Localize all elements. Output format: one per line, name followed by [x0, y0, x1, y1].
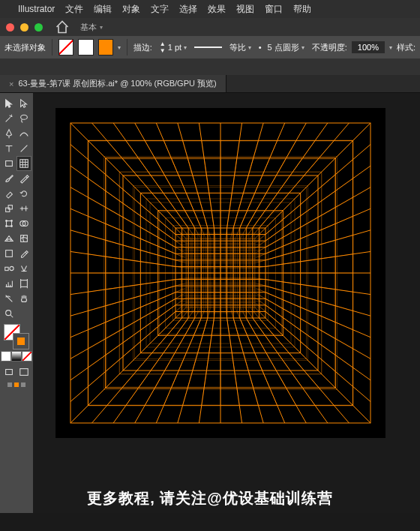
svg-rect-18 [6, 370, 13, 375]
edit-mode-dots[interactable] [8, 382, 26, 387]
mac-menubar: Illustrator 文件 编辑 对象 文字 选择 效果 视图 窗口 帮助 [0, 0, 420, 18]
stroke-color-swatch[interactable] [98, 39, 113, 56]
paintbrush-tool[interactable] [2, 171, 16, 186]
chevron-down-icon: ▾ [100, 24, 103, 31]
artboard[interactable] [56, 108, 386, 438]
type-tool[interactable] [2, 141, 16, 156]
menu-edit[interactable]: 编辑 [94, 3, 112, 16]
svg-rect-14 [5, 267, 8, 270]
opacity-field[interactable]: 100% [352, 41, 385, 53]
zoom-tool[interactable] [2, 306, 16, 321]
stroke-label: 描边: [134, 42, 152, 53]
stroke-weight-field[interactable]: ▲▼ 1 pt ▾ [157, 40, 190, 54]
direct-selection-tool[interactable] [16, 96, 32, 111]
stroke-weight-value: 1 pt [168, 43, 182, 52]
lasso-tool[interactable] [16, 111, 32, 126]
document-tabs: × 63-曼曼-第7课 原创图标.ai* @ 100% (RGB/GPU 预览) [0, 75, 420, 93]
pen-tool[interactable] [2, 126, 16, 141]
color-mode-none[interactable] [22, 351, 32, 362]
pencil-tool[interactable] [16, 171, 32, 186]
color-mode-solid[interactable] [1, 351, 11, 362]
svg-rect-1 [6, 161, 13, 166]
artboard-tool[interactable] [16, 276, 32, 291]
blend-tool[interactable] [2, 261, 16, 276]
eyedropper-tool[interactable] [16, 246, 32, 261]
free-transform-tool[interactable] [2, 216, 16, 231]
selection-status: 未选择对象 [4, 42, 46, 53]
blank-tool [16, 306, 32, 321]
menu-view[interactable]: 视图 [236, 3, 254, 16]
svg-point-0 [21, 115, 28, 119]
chevron-down-icon: ▾ [248, 44, 251, 51]
rectangle-tool[interactable] [2, 156, 16, 171]
menu-effect[interactable]: 效果 [208, 3, 226, 16]
width-tool[interactable] [16, 201, 32, 216]
magic-wand-tool[interactable] [2, 111, 16, 126]
style-label: 样式: [397, 42, 416, 53]
brush-label: 5 点圆形 [268, 42, 299, 53]
stroke-profile-preview[interactable] [194, 46, 222, 48]
svg-point-17 [6, 310, 11, 316]
window-titlebar: 基本 ▾ [0, 18, 420, 36]
tools-panel [0, 93, 33, 513]
menu-file[interactable]: 文件 [65, 3, 83, 16]
scale-tool[interactable] [2, 201, 16, 216]
fill-stroke-swatches[interactable] [4, 324, 29, 350]
shape-builder-tool[interactable] [16, 216, 32, 231]
home-icon[interactable] [55, 20, 70, 34]
workspace-switcher[interactable]: 基本 ▾ [80, 22, 103, 33]
selection-tool[interactable] [2, 96, 16, 111]
sub-bar [0, 58, 420, 75]
close-tab-icon[interactable]: × [9, 80, 14, 88]
svg-rect-4 [8, 206, 12, 209]
graph-tool[interactable] [2, 276, 16, 291]
svg-rect-3 [6, 208, 10, 212]
gradient-tool[interactable] [2, 246, 16, 261]
menu-object[interactable]: 对象 [122, 3, 140, 16]
fill-swatch[interactable] [58, 39, 74, 56]
profile-dropdown[interactable]: 等比 ▾ [226, 42, 254, 53]
svg-rect-2 [20, 160, 28, 168]
color-mode-gradient[interactable] [11, 351, 22, 362]
window-minimize-icon[interactable] [20, 23, 28, 32]
svg-point-15 [10, 266, 14, 270]
profile-label: 等比 [230, 42, 246, 53]
stroke-color-swatch[interactable] [13, 333, 29, 350]
window-zoom-icon[interactable] [34, 23, 43, 32]
app-name[interactable]: Illustrator [18, 4, 55, 14]
window-close-icon[interactable] [6, 23, 14, 32]
svg-rect-16 [21, 280, 28, 287]
mesh-tool[interactable] [16, 231, 32, 246]
chevron-down-icon: ▾ [184, 44, 187, 51]
chevron-down-icon[interactable]: ▾ [118, 44, 121, 51]
canvas[interactable] [33, 93, 420, 513]
chevron-down-icon[interactable]: ▾ [389, 44, 392, 51]
rotate-tool[interactable] [16, 186, 32, 201]
svg-rect-19 [20, 369, 28, 376]
brush-dropdown[interactable]: 5 点圆形 ▾ [265, 42, 308, 53]
screen-mode-normal[interactable] [2, 364, 16, 380]
control-bar: 未选择对象 ▾ 描边: ▲▼ 1 pt ▾ 等比 ▾ • 5 点圆形 ▾ 不透明… [0, 36, 420, 58]
screen-mode-full[interactable] [16, 364, 32, 380]
line-tool[interactable] [16, 141, 32, 156]
perspective-tool[interactable] [2, 231, 16, 246]
eraser-tool[interactable] [2, 186, 16, 201]
menu-window[interactable]: 窗口 [265, 3, 283, 16]
curvature-tool[interactable] [16, 126, 32, 141]
menu-select[interactable]: 选择 [179, 3, 197, 16]
svg-rect-13 [6, 250, 13, 257]
svg-rect-5 [7, 221, 12, 226]
symbol-tool[interactable] [16, 261, 32, 276]
menu-help[interactable]: 帮助 [293, 3, 311, 16]
svg-rect-12 [21, 236, 28, 242]
color-mode-row [1, 351, 32, 362]
grid-tool[interactable] [16, 156, 32, 171]
document-tab[interactable]: × 63-曼曼-第7课 原创图标.ai* @ 100% (RGB/GPU 预览) [0, 75, 226, 92]
menu-type[interactable]: 文字 [151, 3, 169, 16]
workspace-label: 基本 [80, 22, 97, 33]
chevron-down-icon: ▾ [302, 44, 304, 51]
hand-tool[interactable] [16, 291, 32, 306]
stroke-swatch[interactable] [78, 39, 93, 56]
slice-tool[interactable] [2, 291, 16, 306]
opacity-label: 不透明度: [312, 42, 347, 53]
